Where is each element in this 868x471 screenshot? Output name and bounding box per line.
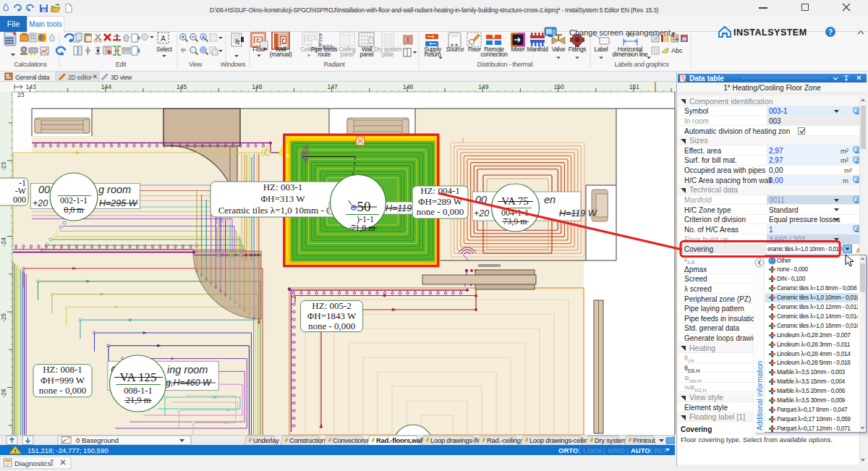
- svg-text:ΦH=289 W: ΦH=289 W: [418, 196, 463, 207]
- svg-text:Mixer: Mixer: [511, 46, 525, 53]
- svg-text:Change screen arrangement: Change screen arrangement: [569, 28, 671, 37]
- svg-text:en: en: [544, 194, 556, 205]
- svg-text:147: 147: [328, 83, 338, 90]
- svg-text:Riser: Riser: [468, 46, 481, 53]
- svg-text:ORTO: ORTO: [558, 446, 578, 454]
- svg-text:Underlay: Underlay: [253, 437, 279, 444]
- svg-text:145: 145: [176, 83, 187, 90]
- svg-text:Construction: Construction: [289, 437, 326, 444]
- svg-text:none - 0,000: none - 0,000: [417, 206, 464, 217]
- svg-text:23: 23: [17, 91, 25, 98]
- svg-text:73,9 m: 73,9 m: [503, 216, 527, 226]
- svg-text:connection: connection: [480, 51, 508, 58]
- svg-text:Label: Label: [595, 46, 608, 53]
- svg-text:21,9 m: 21,9 m: [126, 395, 151, 405]
- svg-text:00: 00: [475, 194, 487, 205]
- svg-text:INSTALSYSTEM: INSTALSYSTEM: [733, 27, 807, 38]
- svg-text:plate: plate: [382, 51, 394, 58]
- svg-text:Distribution - thermal: Distribution - thermal: [477, 61, 533, 68]
- svg-text:000: 000: [13, 195, 26, 205]
- svg-text:Convectional: Convectional: [333, 437, 370, 444]
- svg-text:Valve: Valve: [552, 46, 566, 53]
- svg-text:General data: General data: [15, 74, 50, 81]
- svg-text:|: |: [603, 446, 605, 454]
- svg-text:none - 0,000: none - 0,000: [308, 321, 355, 331]
- svg-text:A: A: [202, 35, 205, 40]
- svg-text:Manifold: Manifold: [527, 46, 549, 53]
- svg-text:LOCK: LOCK: [583, 446, 603, 454]
- svg-text:(manual): (manual): [270, 51, 292, 58]
- svg-text:Select: Select: [156, 46, 172, 53]
- svg-text:Abc: Abc: [671, 47, 683, 54]
- svg-text:Labels and graphics: Labels and graphics: [615, 61, 670, 68]
- svg-text:none - 0,000: none - 0,000: [39, 385, 86, 396]
- svg-text:HZ: 004-1: HZ: 004-1: [420, 185, 460, 196]
- svg-text:-26: -26: [0, 389, 7, 398]
- svg-text:008-1-1: 008-1-1: [124, 386, 153, 396]
- svg-text:2D editor: 2D editor: [68, 74, 92, 81]
- svg-text:+20: +20: [33, 198, 48, 208]
- svg-text:Rad.-floors,walls: Rad.-floors,walls: [376, 437, 427, 444]
- svg-text:ΦH=999 W: ΦH=999 W: [41, 375, 85, 386]
- svg-text:150: 150: [554, 83, 564, 90]
- svg-text:HZ: 003-1: HZ: 003-1: [263, 182, 303, 192]
- svg-text:AUTO: AUTO: [631, 446, 650, 454]
- svg-text:Windows: Windows: [221, 61, 246, 68]
- svg-text:Rad.-ceilings: Rad.-ceilings: [487, 437, 524, 444]
- svg-text:0 Baseground: 0 Baseground: [76, 436, 119, 444]
- svg-text:GRID: GRID: [608, 446, 625, 454]
- svg-text:Edit: Edit: [116, 61, 127, 68]
- svg-text:151,218; -24,777; 150,590: 151,218; -24,777; 150,590: [27, 446, 108, 454]
- svg-text:REP: REP: [654, 446, 668, 454]
- svg-text:View: View: [189, 61, 203, 68]
- svg-text:151: 151: [629, 83, 639, 90]
- svg-text:|: |: [579, 446, 580, 454]
- svg-text:149: 149: [478, 83, 488, 90]
- svg-text:|: |: [650, 446, 652, 454]
- svg-text:route: route: [318, 51, 331, 58]
- svg-text:Source: Source: [446, 46, 464, 53]
- svg-text:-24: -24: [0, 237, 7, 247]
- svg-text:Data table: Data table: [689, 75, 724, 82]
- svg-text:Diagnostics: Diagnostics: [14, 459, 51, 467]
- svg-text:Additional information: Additional information: [756, 361, 764, 430]
- svg-text:143: 143: [25, 83, 35, 90]
- svg-text:dimension line: dimension line: [613, 51, 649, 58]
- svg-text:144: 144: [101, 83, 111, 90]
- svg-text:Radiant: Radiant: [324, 61, 346, 68]
- svg-text:3D view: 3D view: [111, 74, 132, 81]
- svg-text:148: 148: [403, 83, 413, 90]
- svg-text:146: 146: [252, 83, 262, 90]
- svg-text:panel: panel: [360, 51, 374, 58]
- svg-text:00: 00: [38, 184, 50, 195]
- svg-text:A: A: [161, 35, 166, 43]
- svg-text:ing room: ing room: [167, 364, 208, 375]
- svg-text:panel: panel: [341, 51, 354, 58]
- svg-text:Calculations: Calculations: [14, 61, 47, 68]
- svg-text:Printout: Printout: [633, 437, 655, 444]
- svg-text:Fittings: Fittings: [569, 46, 586, 53]
- svg-text:?: ?: [828, 28, 833, 36]
- svg-text:HZ: 008-1: HZ: 008-1: [43, 364, 82, 375]
- svg-text:ΦH=1843 W: ΦH=1843 W: [307, 310, 357, 321]
- svg-text:-23: -23: [0, 161, 7, 171]
- svg-text:!: !: [14, 448, 17, 454]
- svg-text:Floor: Floor: [252, 46, 265, 53]
- svg-text:ΦH=313 W: ΦH=313 W: [260, 193, 305, 204]
- svg-text:Ceramic tiles λ=1,0 10mm - 0,0: Ceramic tiles λ=1,0 10mm - 0,010: [218, 205, 348, 216]
- svg-text:Loop drawings-ceiling: Loop drawings-ceiling: [529, 437, 592, 444]
- svg-text:|: |: [626, 446, 628, 454]
- svg-text:-25: -25: [0, 313, 7, 322]
- svg-text:HZ: 005-2: HZ: 005-2: [312, 300, 352, 311]
- svg-text:+20: +20: [474, 208, 489, 218]
- svg-text:g room: g room: [98, 184, 131, 195]
